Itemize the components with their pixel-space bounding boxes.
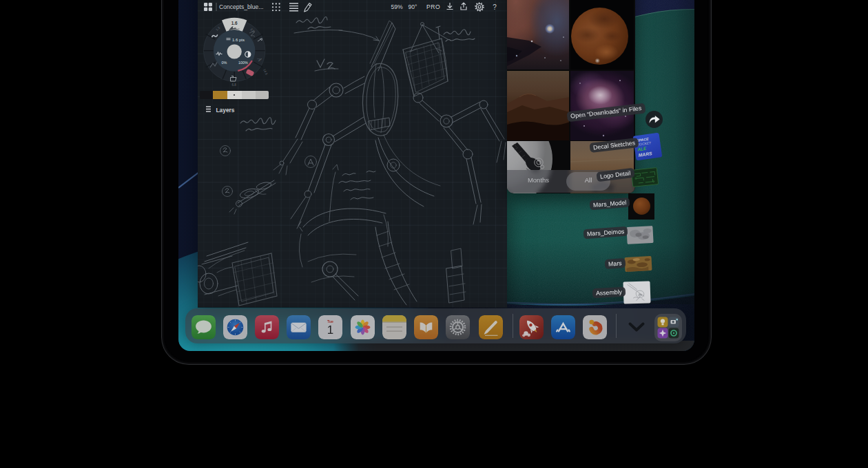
svg-text:PRO: PRO [426, 3, 440, 10]
svg-text:Concepts_blue...: Concepts_blue... [219, 3, 264, 10]
svg-text:6.8: 6.8 [232, 83, 237, 87]
svg-text:Layers: Layers [216, 107, 235, 114]
svg-text:1.6: 1.6 [231, 21, 238, 25]
svg-text:ALE: ALE [637, 146, 647, 152]
svg-text:59%: 59% [391, 3, 403, 10]
svg-text:100%: 100% [238, 61, 248, 65]
svg-text:90°: 90° [409, 3, 417, 10]
svg-text:1: 1 [327, 323, 333, 337]
svg-text:?: ? [493, 3, 497, 11]
svg-text:1.6 pts: 1.6 pts [232, 38, 245, 42]
svg-text:0%: 0% [222, 61, 227, 65]
svg-text:MARS: MARS [638, 151, 652, 158]
svg-text:14.5: 14.5 [262, 68, 268, 76]
